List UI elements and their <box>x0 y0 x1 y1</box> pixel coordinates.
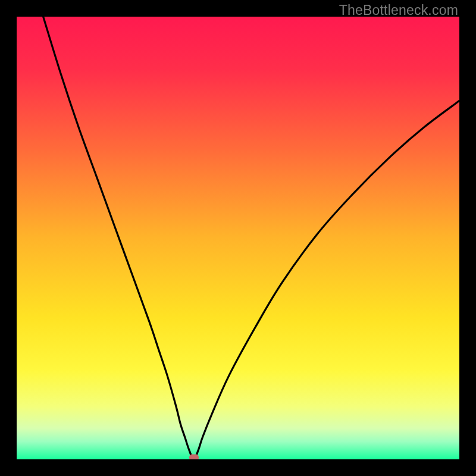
optimal-point-marker <box>189 455 199 460</box>
chart-frame: TheBottleneck.com <box>0 0 476 476</box>
plot-area <box>17 17 459 459</box>
bottleneck-curve <box>17 17 459 459</box>
watermark-label: TheBottleneck.com <box>339 2 458 18</box>
